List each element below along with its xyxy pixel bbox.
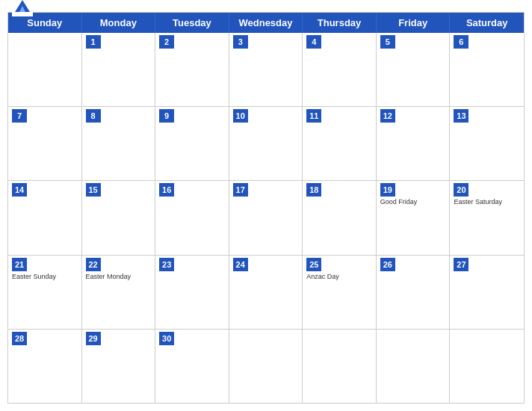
day-cell: 2 xyxy=(155,33,229,106)
day-number: 12 xyxy=(380,109,395,123)
week-row-3: 141516171819Good Friday20Easter Saturday xyxy=(8,180,524,254)
logo xyxy=(12,0,36,16)
day-number: 20 xyxy=(454,183,468,197)
day-cell: 23 xyxy=(155,256,229,329)
day-number: 21 xyxy=(12,258,27,271)
day-number: 26 xyxy=(380,258,395,271)
day-number: 22 xyxy=(86,258,101,271)
calendar-body: 12345678910111213141516171819Good Friday… xyxy=(8,33,524,403)
day-number: 27 xyxy=(454,258,468,271)
calendar-header xyxy=(0,0,532,12)
day-cell: 29 xyxy=(82,330,156,403)
day-cell: 13 xyxy=(450,107,524,180)
day-number: 19 xyxy=(380,183,395,197)
event-label: Easter Saturday xyxy=(454,198,520,207)
day-cell: 11 xyxy=(303,107,377,180)
day-number: 7 xyxy=(12,109,27,123)
day-number: 4 xyxy=(306,35,321,49)
day-cell: 10 xyxy=(229,107,303,180)
day-header-monday: Monday xyxy=(82,13,156,33)
day-cell: 22Easter Monday xyxy=(82,256,156,329)
week-row-4: 21Easter Sunday22Easter Monday232425Anza… xyxy=(8,255,524,329)
day-number: 28 xyxy=(12,332,27,345)
day-cell: 19Good Friday xyxy=(377,181,451,254)
day-number: 29 xyxy=(86,332,101,345)
day-number: 18 xyxy=(306,183,321,197)
day-number: 8 xyxy=(86,109,101,123)
day-cell xyxy=(450,330,524,403)
event-label: Easter Monday xyxy=(86,273,152,282)
calendar-page: SundayMondayTuesdayWednesdayThursdayFrid… xyxy=(0,0,532,411)
day-cell: 28 xyxy=(8,330,82,403)
day-cell: 12 xyxy=(377,107,451,180)
day-number: 17 xyxy=(233,183,248,197)
day-cell: 26 xyxy=(377,256,451,329)
event-label: Easter Sunday xyxy=(12,273,78,282)
day-cell xyxy=(8,33,82,106)
day-cell: 25Anzac Day xyxy=(303,256,377,329)
day-cell xyxy=(303,330,377,403)
day-cell: 15 xyxy=(82,181,156,254)
day-number: 1 xyxy=(86,35,101,49)
day-cell: 7 xyxy=(8,107,82,180)
day-cell: 21Easter Sunday xyxy=(8,256,82,329)
day-number: 9 xyxy=(159,109,174,123)
day-cell xyxy=(229,330,303,403)
day-number: 14 xyxy=(12,183,27,197)
day-cell: 24 xyxy=(229,256,303,329)
day-cell: 8 xyxy=(82,107,156,180)
day-cell: 17 xyxy=(229,181,303,254)
week-row-5: 282930 xyxy=(8,329,524,403)
day-number: 24 xyxy=(233,258,248,271)
day-number: 23 xyxy=(159,258,174,271)
day-number: 25 xyxy=(306,258,321,271)
week-row-2: 78910111213 xyxy=(8,106,524,180)
day-number: 3 xyxy=(233,35,248,49)
day-cell: 9 xyxy=(155,107,229,180)
day-cell: 3 xyxy=(229,33,303,106)
day-number: 16 xyxy=(159,183,174,197)
calendar-grid: SundayMondayTuesdayWednesdayThursdayFrid… xyxy=(7,12,525,404)
day-cell: 5 xyxy=(377,33,451,106)
day-cell: 1 xyxy=(82,33,156,106)
day-number: 6 xyxy=(454,35,468,49)
day-number: 5 xyxy=(380,35,395,49)
day-header-friday: Friday xyxy=(377,13,451,33)
day-cell: 16 xyxy=(155,181,229,254)
day-headers-row: SundayMondayTuesdayWednesdayThursdayFrid… xyxy=(8,13,524,33)
day-number: 30 xyxy=(159,332,174,345)
logo-icon xyxy=(12,0,33,16)
day-number: 2 xyxy=(159,35,174,49)
day-header-wednesday: Wednesday xyxy=(229,13,303,33)
event-label: Good Friday xyxy=(380,198,446,207)
week-row-1: 123456 xyxy=(8,33,524,106)
day-number: 11 xyxy=(306,109,321,123)
day-cell: 30 xyxy=(155,330,229,403)
day-number: 15 xyxy=(86,183,101,197)
event-label: Anzac Day xyxy=(306,273,372,282)
day-cell: 18 xyxy=(303,181,377,254)
day-cell: 20Easter Saturday xyxy=(450,181,524,254)
day-number: 13 xyxy=(454,109,468,123)
day-cell: 27 xyxy=(450,256,524,329)
day-header-tuesday: Tuesday xyxy=(155,13,229,33)
day-cell: 4 xyxy=(303,33,377,106)
day-header-thursday: Thursday xyxy=(303,13,377,33)
day-cell xyxy=(377,330,451,403)
day-cell: 14 xyxy=(8,181,82,254)
day-number: 10 xyxy=(233,109,248,123)
day-cell: 6 xyxy=(450,33,524,106)
day-header-saturday: Saturday xyxy=(450,13,524,33)
